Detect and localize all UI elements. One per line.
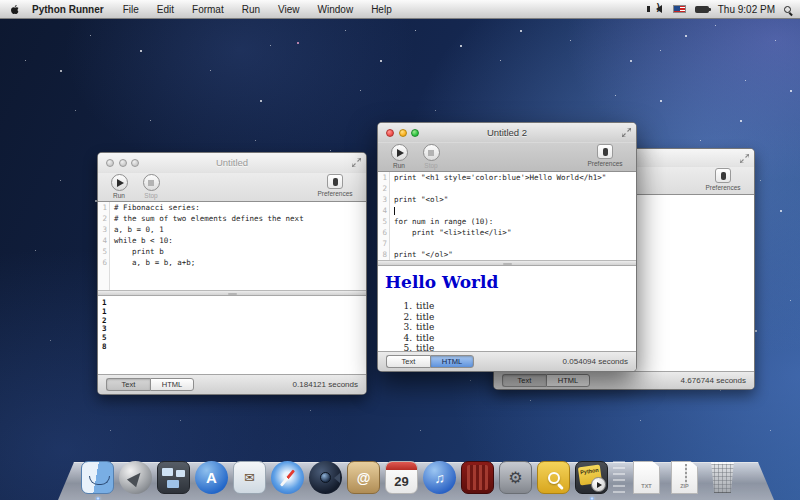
menu-help[interactable]: Help [362,0,401,19]
code-line[interactable]: print "<ol>" [394,194,636,205]
output-area[interactable]: 1 1 2 3 5 8 [98,296,366,374]
fullscreen-icon[interactable] [622,128,631,137]
dock-item-facetime[interactable] [308,460,343,495]
dock-item-mail[interactable]: ✉ [232,460,267,495]
dock-item-finder[interactable] [80,460,115,495]
pane-splitter[interactable] [378,260,636,266]
close-button[interactable] [106,159,114,167]
minimize-button[interactable] [119,159,127,167]
stop-button[interactable]: Stop [418,144,444,169]
dock-item-txt-file[interactable]: TXT [629,460,664,495]
code-line[interactable]: a, b = b, a+b; [114,257,366,268]
dock-item-zip-file[interactable]: ZIP [667,460,702,495]
dock-item-mission-control[interactable] [156,460,191,495]
code-line[interactable]: print b [114,246,366,257]
zoom-button[interactable] [131,159,139,167]
close-button[interactable] [386,129,394,137]
code-line[interactable] [394,205,636,216]
txt-document-icon: TXT [633,461,660,494]
tab-text[interactable]: Text [386,355,430,368]
code-line[interactable] [394,238,636,249]
menu-bar-clock[interactable]: Thu 9:02 PM [718,4,775,15]
titlebar[interactable]: Untitled [98,153,366,173]
run-button[interactable]: Run [386,144,412,169]
zoom-button[interactable] [411,129,419,137]
dock-item-app-store[interactable]: A [194,460,229,495]
volume-icon[interactable] [656,5,662,13]
preferences-icon [603,148,608,156]
code-line[interactable] [394,183,636,194]
dock-item-trash[interactable] [705,460,740,495]
dock-item-itunes[interactable]: ♫ [422,460,457,495]
preferences-button[interactable]: Preferences [700,168,746,191]
menu-run[interactable]: Run [233,0,269,19]
magnifier-glyph [548,472,560,484]
menu-bar: Python Runner File Edit Format Run View … [0,0,800,19]
minimize-button[interactable] [399,129,407,137]
python-runner-icon: Python [575,461,608,494]
list-item: 1.title [402,301,636,312]
toolbar: Run Stop Preferences [378,143,636,172]
run-button[interactable]: Run [106,174,132,199]
dock-item-search-app[interactable] [536,460,571,495]
spotlight-search-icon[interactable] [784,6,791,13]
app-menu[interactable]: Python Runner [29,0,114,19]
fullscreen-icon[interactable] [352,158,361,167]
code-line[interactable]: a, b = 0, 1 [114,224,366,235]
dock-item-address-book[interactable]: @ [346,460,381,495]
execution-time: 0.054094 seconds [563,357,628,366]
code-line[interactable]: print "<h1 style='color:blue'>Hello Worl… [394,172,636,183]
menu-view[interactable]: View [269,0,309,19]
output-line: 5 [102,334,366,343]
line-number: 6 [98,257,107,268]
output-line: 1 [102,308,366,317]
menu-file[interactable]: File [114,0,148,19]
menu-window[interactable]: Window [309,0,363,19]
execution-time: 4.676744 seconds [681,376,746,385]
zip-document-icon: ZIP [671,461,698,494]
titlebar[interactable]: Untitled 2 [378,123,636,143]
code-line[interactable]: print "</ol>" [394,249,636,260]
dock-item-launchpad[interactable] [118,460,153,495]
facetime-camera-icon [309,461,342,494]
html-output-area[interactable]: Hello World 1.title 2.title 3.title 4.ti… [378,266,636,351]
tab-html[interactable]: HTML [150,378,194,391]
input-language-flag-icon[interactable] [673,5,686,13]
line-number: 5 [98,246,107,257]
line-number: 3 [98,224,107,235]
code-line[interactable]: while b < 10: [114,235,366,246]
menu-edit[interactable]: Edit [148,0,183,19]
pane-splitter[interactable] [98,290,366,296]
menu-format[interactable]: Format [183,0,233,19]
window-title: Untitled [216,157,248,168]
tab-html[interactable]: HTML [430,355,474,368]
dock-item-system-preferences[interactable]: ⚙ [498,460,533,495]
compass-needle [280,469,295,486]
dock-item-ical[interactable]: 29 [384,460,419,495]
fullscreen-icon[interactable] [740,154,749,163]
tab-html[interactable]: HTML [546,374,590,387]
battery-icon[interactable] [695,6,709,13]
code-line[interactable]: for num in range (10): [394,216,636,227]
tab-text[interactable]: Text [502,374,546,387]
menu-bar-status-area: Thu 9:02 PM [656,4,800,15]
code-editor[interactable]: 1 2 3 4 5 6 # Fibonacci series: # the su… [98,202,366,290]
app-store-icon: A [195,461,228,494]
preferences-button[interactable]: Preferences [312,174,358,197]
itunes-icon: ♫ [423,461,456,494]
line-number: 8 [378,249,387,260]
dock-item-photo-booth[interactable] [460,460,495,495]
stop-button[interactable]: Stop [138,174,164,199]
dock-item-safari[interactable] [270,460,305,495]
code-line[interactable]: # the sum of two elements defines the ne… [114,213,366,224]
launchpad-icon [119,461,152,494]
code-line[interactable]: # Fibonacci series: [114,202,366,213]
stop-icon [148,180,154,186]
code-line[interactable]: print "<li>title</li>" [394,227,636,238]
preferences-button[interactable]: Preferences [582,144,628,167]
list-item: 4.title [402,333,636,344]
apple-menu[interactable] [0,4,29,15]
dock-item-python-runner[interactable]: Python [574,460,609,495]
tab-text[interactable]: Text [106,378,150,391]
code-editor[interactable]: 1 2 3 4 5 6 7 8 print "<h1 style='color:… [378,172,636,260]
